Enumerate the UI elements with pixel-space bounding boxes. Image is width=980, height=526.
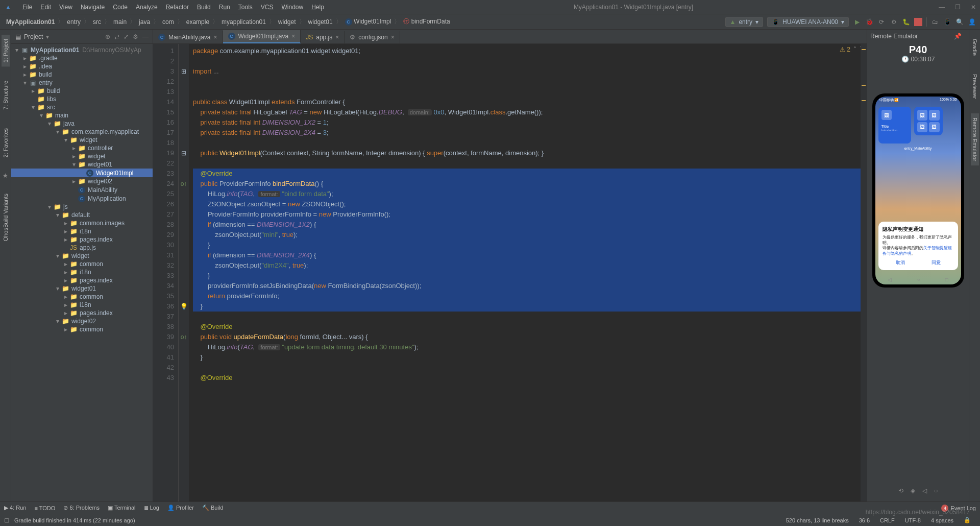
menu-file[interactable]: File — [18, 4, 36, 11]
crumb[interactable]: myapplication01 — [219, 17, 268, 27]
tab-widget01impl[interactable]: CWidget01Impl.java× — [223, 30, 301, 43]
tab-favorites[interactable]: 2: Favorites — [2, 124, 10, 161]
shake-icon[interactable]: ◈ — [911, 487, 915, 494]
close-icon[interactable]: × — [391, 34, 395, 41]
crumb[interactable]: widget — [276, 17, 298, 27]
code-body[interactable]: package com.example.myapplication01.widg… — [189, 44, 861, 501]
locate-icon[interactable]: ⊕ — [105, 33, 110, 40]
tree-row[interactable]: ▸📁build — [11, 87, 153, 95]
status-pos[interactable]: 36:6 — [854, 517, 875, 523]
profile-icon[interactable]: ⚙ — [890, 18, 898, 26]
crumb[interactable]: com — [160, 17, 176, 27]
phone-frame[interactable]: 中国移动 📶100% 6:30 🖼 Title Introduction 🖼 🖼… — [872, 93, 964, 288]
menu-vcs[interactable]: VCS — [257, 4, 278, 11]
menu-help[interactable]: Help — [307, 4, 328, 11]
minimize-icon[interactable]: — — [939, 4, 945, 11]
tree-row[interactable]: ▸📁i18n — [11, 227, 153, 235]
menu-edit[interactable]: Edit — [36, 4, 55, 11]
tree-row[interactable]: ▸📁i18n — [11, 268, 153, 276]
status-icon[interactable]: ▢ — [4, 517, 9, 523]
settings-icon[interactable]: ⚙ — [133, 33, 138, 40]
status-indent[interactable]: 4 spaces — [926, 517, 959, 523]
tab-config[interactable]: ⚙config.json× — [345, 31, 400, 43]
tab-mainability[interactable]: CMainAbility.java× — [153, 31, 223, 43]
close-icon[interactable]: ✕ — [971, 4, 976, 11]
menu-view[interactable]: View — [55, 4, 77, 11]
tab-remote-emulator[interactable]: Remote Emulator — [971, 113, 979, 165]
tab-log[interactable]: ≣ Log — [144, 505, 159, 511]
tree-row[interactable]: ▸📁pages.index — [11, 309, 153, 317]
tree-row[interactable]: ▸📁build — [11, 70, 153, 79]
status-enc[interactable]: UTF-8 — [900, 517, 926, 523]
tree-row[interactable]: ▾📁widget02 — [11, 317, 153, 325]
menu-analyze[interactable]: Analyze — [132, 4, 162, 11]
expand-icon[interactable]: ⇄ — [114, 33, 119, 40]
tree-row[interactable]: ▾📁com.example.myapplicat — [11, 128, 153, 136]
user-icon[interactable]: 👤 — [968, 18, 976, 26]
editor-scrollbar[interactable] — [861, 44, 867, 501]
debug-icon[interactable]: 🐞 — [865, 18, 873, 26]
tab-build-variants[interactable]: OhosBuild Variants — [2, 189, 10, 245]
tree-row[interactable]: ▸📁.idea — [11, 62, 153, 70]
coverage-icon[interactable]: ⟳ — [877, 18, 886, 26]
crumb[interactable]: example — [184, 17, 211, 27]
crumb[interactable]: C Widget01Impl — [343, 17, 394, 27]
status-lock-icon[interactable]: 🔒 — [959, 517, 976, 523]
tree-row[interactable]: ▾▣entry — [11, 79, 153, 87]
crumb[interactable]: main — [111, 17, 129, 27]
menu-code[interactable]: Code — [109, 4, 132, 11]
crumb[interactable]: MyApplication01 — [4, 17, 57, 27]
phone-back-icon[interactable]: □ — [945, 277, 948, 282]
rotate-icon[interactable]: ⟲ — [898, 487, 903, 494]
tree-row[interactable]: ▸📁widget02 — [11, 177, 153, 185]
code-editor[interactable]: ⚠ 2 ˄ ˅ 12312131415161718192223242526272… — [153, 44, 867, 501]
avd-icon[interactable]: 📱 — [943, 18, 951, 26]
tree-row[interactable]: ▸📁widget — [11, 152, 153, 160]
tab-previewer[interactable]: Previewer — [971, 70, 979, 103]
run-icon[interactable]: ▶ — [853, 18, 861, 26]
attach-icon[interactable]: 🐛 — [902, 18, 910, 26]
tree-row[interactable]: ▸📁pages.index — [11, 276, 153, 284]
tree-root[interactable]: ▾▣ MyApplication01D:\HarmonyOS\MyAp — [11, 46, 153, 54]
home-icon[interactable]: ○ — [934, 487, 938, 494]
crumb[interactable]: java — [137, 17, 152, 27]
tree-row[interactable]: ▾📁default — [11, 211, 153, 219]
tree-row[interactable]: ▾📁js — [11, 203, 153, 211]
pin-icon[interactable]: 📌 — [954, 33, 962, 40]
device-combo[interactable]: 📱HUAWEI ANA-AN00▾ — [767, 17, 849, 27]
crumb[interactable]: src — [91, 17, 103, 27]
tab-appjs[interactable]: JSapp.js× — [301, 31, 345, 43]
tree-row[interactable]: ▸📁common — [11, 260, 153, 268]
menu-run[interactable]: Run — [215, 4, 234, 11]
tree-row[interactable]: 📁libs — [11, 95, 153, 103]
warnings-badge[interactable]: ⚠ 2 — [840, 46, 850, 53]
tree-row[interactable]: CMainAbility — [11, 185, 153, 194]
crumb[interactable]: widget01 — [306, 17, 335, 27]
sync-icon[interactable]: 🗂 — [931, 18, 939, 26]
search-icon[interactable]: 🔍 — [955, 18, 964, 26]
up-icon[interactable]: ˄ — [853, 46, 856, 53]
tree-row[interactable]: ▾📁java — [11, 119, 153, 128]
tab-gradle[interactable]: Gradle — [971, 35, 979, 60]
widget-card-large[interactable]: 🖼 Title Introduction — [878, 107, 911, 144]
tab-todo[interactable]: ≡ TODO — [34, 505, 55, 511]
menu-build[interactable]: Build — [193, 4, 215, 11]
phone-recents-icon[interactable]: ◁ — [888, 277, 892, 282]
maximize-icon[interactable]: ❐ — [955, 4, 961, 11]
tab-problems[interactable]: ⊘ 6: Problems — [63, 505, 100, 511]
tab-build[interactable]: 🔨 Build — [202, 505, 224, 511]
stop-icon[interactable] — [914, 18, 922, 26]
close-icon[interactable]: × — [291, 33, 295, 40]
phone-cancel-button[interactable]: 取消 — [896, 259, 905, 266]
project-tree[interactable]: ▾▣ MyApplication01D:\HarmonyOS\MyAp ▸📁.g… — [11, 44, 153, 501]
tree-row[interactable]: CWidget01Impl — [11, 169, 153, 177]
hide-icon[interactable]: — — [142, 33, 149, 40]
menu-navigate[interactable]: Navigate — [77, 4, 109, 11]
run-config-combo[interactable]: ▲entry▾ — [725, 17, 764, 27]
tree-row[interactable]: ▾📁widget — [11, 136, 153, 144]
tree-row[interactable]: ▾📁widget01 — [11, 284, 153, 293]
tree-row[interactable]: ▸📁.gradle — [11, 54, 153, 62]
tree-row[interactable]: ▸📁common — [11, 293, 153, 301]
tree-row[interactable]: ▸📁common — [11, 325, 153, 333]
widget-card-small[interactable]: 🖼 🖼 🖼 🖼 — [914, 107, 943, 135]
